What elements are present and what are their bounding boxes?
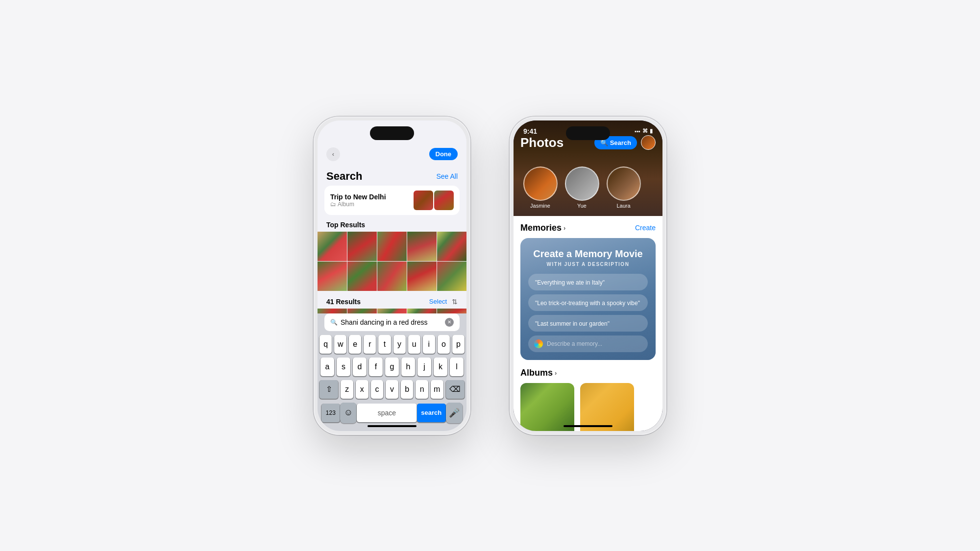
memory-suggestion-1[interactable]: "Everything we ate in Italy"	[528, 274, 648, 290]
memories-section-header: Memories › Create	[514, 223, 662, 238]
album-test[interactable]: Test 159	[580, 383, 634, 431]
back-button[interactable]: ‹	[326, 147, 340, 161]
keyboard-row-1: q w e r t y u i o p	[319, 335, 465, 354]
dynamic-island-1	[370, 126, 414, 140]
photo-cell-3[interactable]	[377, 232, 407, 261]
clear-button[interactable]: ✕	[445, 318, 454, 327]
key-h[interactable]: h	[401, 358, 415, 376]
user-avatar-button[interactable]	[641, 135, 656, 150]
test-photo	[580, 383, 634, 431]
key-f[interactable]: f	[369, 358, 383, 376]
status-time: 9:41	[523, 127, 537, 135]
photo-cell-4[interactable]	[407, 232, 437, 261]
key-g[interactable]: g	[385, 358, 399, 376]
wifi-icon: ⌘	[642, 128, 648, 134]
memory-suggestion-3[interactable]: "Last summer in our garden"	[528, 315, 648, 332]
memory-input-placeholder: Describe a memory...	[547, 340, 602, 347]
key-l[interactable]: l	[450, 358, 464, 376]
person-laura[interactable]: Laura	[603, 167, 644, 209]
create-link[interactable]: Create	[635, 224, 656, 232]
avatar-laura	[607, 167, 641, 201]
key-x[interactable]: x	[356, 380, 368, 399]
memory-describe-input[interactable]: Describe a memory...	[528, 335, 648, 352]
album-seaside[interactable]: Seaside idyll 63	[520, 383, 574, 431]
key-emoji[interactable]: ☺	[340, 403, 357, 423]
photo-cell-5[interactable]	[437, 232, 466, 261]
person-name-jasmine: Jasmine	[530, 203, 550, 209]
person-jasmine[interactable]: Jasmine	[519, 167, 561, 209]
avatar-jasmine	[523, 167, 558, 201]
key-o[interactable]: o	[438, 335, 450, 354]
keyboard-row-3: ⇧ z x c v b n m ⌫	[319, 380, 465, 399]
phone2-screen: 9:41 ▪▪▪ ⌘ ▮ Jasmine Yue	[514, 120, 662, 431]
key-w[interactable]: w	[334, 335, 346, 354]
key-c[interactable]: c	[371, 380, 384, 399]
album-cover-test	[580, 383, 634, 431]
partial-cell-5	[437, 309, 466, 313]
key-mic[interactable]: 🎤	[446, 403, 463, 423]
key-n[interactable]: n	[416, 380, 428, 399]
memory-card-title: Create a Memory Movie	[528, 248, 648, 260]
album-thumbnails	[414, 191, 454, 210]
album-thumb-2	[434, 191, 454, 210]
key-b[interactable]: b	[401, 380, 414, 399]
photo-cell-2[interactable]	[347, 232, 377, 261]
album-icon: 🗂	[330, 201, 336, 208]
key-q[interactable]: q	[319, 335, 332, 354]
photo-cell-1[interactable]	[318, 232, 347, 261]
battery-icon: ▮	[650, 128, 653, 134]
photo-mosaic	[318, 232, 466, 291]
memory-card-subtitle: WITH JUST A DESCRIPTION	[528, 262, 648, 267]
key-delete[interactable]: ⌫	[446, 380, 465, 399]
photos-title: Photos	[520, 135, 564, 150]
done-button[interactable]: Done	[429, 148, 458, 160]
album-card[interactable]: Trip to New Delhi 🗂 Album	[324, 186, 460, 215]
key-r[interactable]: r	[364, 335, 376, 354]
key-search[interactable]: search	[417, 404, 446, 422]
key-numbers[interactable]: 123	[321, 404, 340, 422]
memory-suggestion-2[interactable]: "Leo trick-or-treating with a spooky vib…	[528, 294, 648, 311]
memory-movie-card[interactable]: Create a Memory Movie WITH JUST A DESCRI…	[520, 238, 656, 360]
key-i[interactable]: i	[423, 335, 435, 354]
key-j[interactable]: j	[417, 358, 431, 376]
see-all-link[interactable]: See All	[436, 172, 458, 180]
memory-input-icon	[534, 339, 543, 348]
search-bar[interactable]: 🔍 Shani dancing in a red dress ✕	[324, 313, 460, 331]
key-k[interactable]: k	[434, 358, 447, 376]
memories-title: Memories ›	[520, 223, 565, 233]
content-inner: Memories › Create Create a Memory Movie …	[514, 216, 662, 431]
results-bar: 41 Results Select ⇅	[318, 295, 466, 309]
key-m[interactable]: m	[431, 380, 443, 399]
albums-chevron: ›	[555, 369, 557, 377]
sort-icon[interactable]: ⇅	[452, 298, 458, 306]
signal-icon: ▪▪▪	[635, 128, 640, 134]
key-y[interactable]: y	[393, 335, 406, 354]
key-u[interactable]: u	[408, 335, 420, 354]
photo-cell-9[interactable]	[407, 262, 437, 291]
search-section-header: Search See All	[318, 167, 466, 186]
key-s[interactable]: s	[337, 358, 350, 376]
photo-cell-6[interactable]	[318, 262, 347, 291]
key-t[interactable]: t	[378, 335, 391, 354]
photo-cell-7[interactable]	[347, 262, 377, 291]
photo-cell-8[interactable]	[377, 262, 407, 291]
key-v[interactable]: v	[386, 380, 398, 399]
key-e[interactable]: e	[349, 335, 361, 354]
key-p[interactable]: p	[452, 335, 465, 354]
photo-cell-10[interactable]	[437, 262, 466, 291]
key-shift[interactable]: ⇧	[319, 380, 338, 399]
keyboard-area: 🔍 Shani dancing in a red dress ✕ q w e r…	[318, 313, 466, 431]
partial-cell-3	[377, 309, 407, 313]
results-count: 41 Results	[326, 298, 361, 306]
keyboard: q w e r t y u i o p a s d f g h	[318, 335, 466, 423]
select-button[interactable]: Select	[429, 298, 447, 305]
keyboard-row-2: a s d f g h j k l	[319, 358, 465, 376]
key-a[interactable]: a	[320, 358, 334, 376]
seaside-photo	[520, 383, 574, 431]
key-z[interactable]: z	[341, 380, 353, 399]
key-space[interactable]: space	[357, 404, 417, 422]
person-yue[interactable]: Yue	[561, 167, 603, 209]
key-d[interactable]: d	[353, 358, 367, 376]
search-title: Search	[326, 170, 362, 183]
top-results-label: Top Results	[318, 221, 466, 232]
